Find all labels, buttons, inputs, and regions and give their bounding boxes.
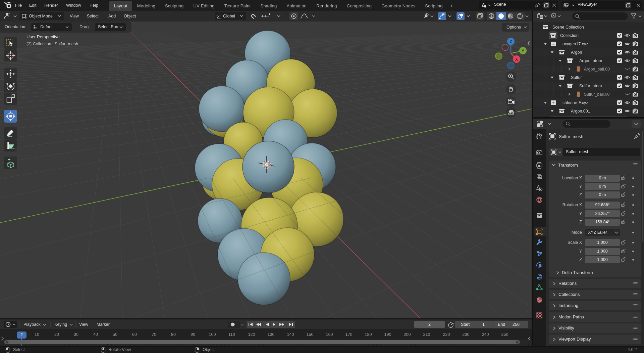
svg-text:240: 240 xyxy=(482,332,489,337)
svg-text:Z: Z xyxy=(509,39,512,44)
svg-text:Y: Y xyxy=(522,49,524,53)
svg-text:Collection: Collection xyxy=(560,33,579,38)
svg-text:oxygen17.xyz: oxygen17.xyz xyxy=(562,42,588,46)
svg-text:250: 250 xyxy=(501,332,508,337)
svg-text:230: 230 xyxy=(463,332,470,337)
svg-text:200: 200 xyxy=(404,332,411,337)
svg-text:X: X xyxy=(515,57,518,62)
svg-text:110: 110 xyxy=(228,332,235,337)
svg-text:150: 150 xyxy=(307,332,314,337)
svg-text:140: 140 xyxy=(287,332,294,337)
svg-text:90: 90 xyxy=(191,332,195,337)
svg-text:chlorine-F.xyz: chlorine-F.xyz xyxy=(562,100,588,105)
svg-text:100: 100 xyxy=(209,332,216,337)
svg-text:Sulfur_atom: Sulfur_atom xyxy=(579,84,602,88)
svg-text:180: 180 xyxy=(365,332,372,337)
svg-text:Scene Collection: Scene Collection xyxy=(552,25,584,30)
svg-text:Argon.001: Argon.001 xyxy=(571,109,590,114)
svg-text:60: 60 xyxy=(132,332,137,337)
svg-text:170: 170 xyxy=(345,332,353,337)
svg-text:130: 130 xyxy=(268,332,275,337)
svg-text:70: 70 xyxy=(152,332,156,337)
svg-text:120: 120 xyxy=(248,332,255,337)
svg-text:40: 40 xyxy=(93,332,98,337)
svg-text:50: 50 xyxy=(113,332,117,337)
svg-text:10: 10 xyxy=(35,332,39,337)
svg-text:20: 20 xyxy=(54,332,59,337)
svg-text:Argon: Argon xyxy=(571,50,582,55)
svg-text:Argon_ball.00: Argon_ball.00 xyxy=(584,67,610,72)
svg-text:Sulfur_ball.00: Sulfur_ball.00 xyxy=(584,92,609,97)
svg-text:Argon_atom: Argon_atom xyxy=(579,58,602,63)
svg-text:160: 160 xyxy=(326,332,333,337)
svg-text:190: 190 xyxy=(384,332,391,337)
svg-text:30: 30 xyxy=(74,332,78,337)
svg-text:Sulfur: Sulfur xyxy=(571,75,582,80)
svg-text:80: 80 xyxy=(171,332,176,337)
svg-text:210: 210 xyxy=(423,332,430,337)
svg-text:220: 220 xyxy=(443,332,450,337)
